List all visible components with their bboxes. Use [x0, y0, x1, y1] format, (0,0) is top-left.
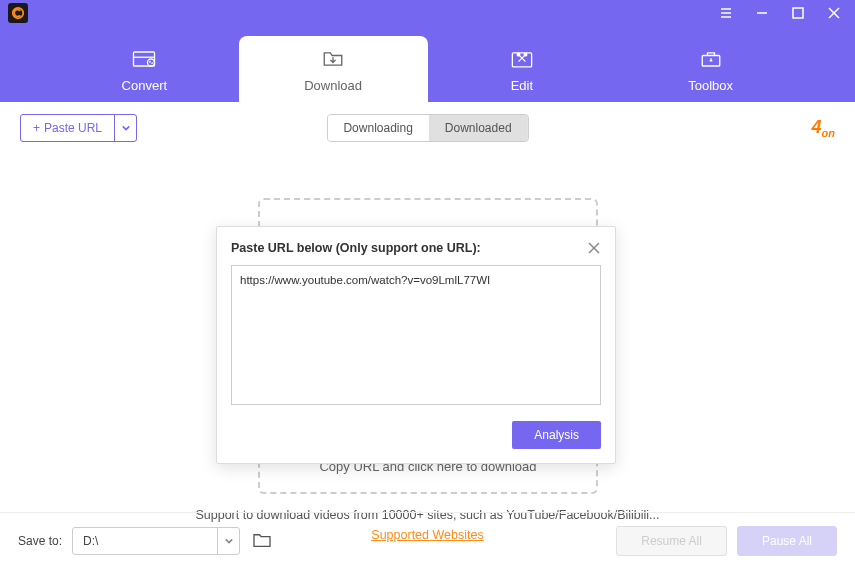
tab-convert[interactable]: Convert: [50, 36, 239, 102]
minimize-icon[interactable]: [755, 6, 769, 20]
download-segment: Downloading Downloaded: [326, 114, 528, 142]
bottombar: Save to: D:\ Resume All Pause All: [0, 512, 855, 568]
pause-all-button[interactable]: Pause All: [737, 526, 837, 556]
tab-download[interactable]: Download: [239, 36, 428, 102]
resume-all-button[interactable]: Resume All: [616, 526, 727, 556]
save-path-select[interactable]: D:\: [72, 527, 240, 555]
tab-toolbox[interactable]: Toolbox: [616, 36, 805, 102]
segment-downloaded[interactable]: Downloaded: [429, 115, 528, 141]
titlebar: [0, 0, 855, 26]
save-path-value: D:\: [73, 528, 217, 554]
segment-downloading[interactable]: Downloading: [327, 115, 428, 141]
close-icon[interactable]: [827, 6, 841, 20]
app-logo: [8, 3, 28, 23]
window-controls: [719, 6, 841, 20]
brand-4: 4: [812, 117, 822, 137]
url-input[interactable]: [231, 265, 601, 405]
svg-point-12: [517, 53, 520, 56]
svg-point-10: [148, 59, 155, 66]
svg-point-13: [524, 53, 527, 56]
paste-url-dropdown[interactable]: [114, 115, 136, 141]
save-to-label: Save to:: [18, 534, 62, 548]
modal-close-button[interactable]: [587, 241, 601, 255]
paste-url-modal: Paste URL below (Only support one URL): …: [216, 226, 616, 464]
tab-label: Download: [304, 78, 362, 93]
analysis-button[interactable]: Analysis: [512, 421, 601, 449]
tab-label: Edit: [511, 78, 533, 93]
main-nav: Convert Download Edit Toolbox: [0, 26, 855, 102]
brand-on: on: [822, 127, 835, 139]
tab-label: Convert: [122, 78, 168, 93]
paste-url-main[interactable]: + Paste URL: [21, 115, 114, 141]
brand-badge: 4on: [812, 117, 835, 139]
open-folder-button[interactable]: [250, 529, 274, 553]
hamburger-icon[interactable]: [719, 6, 733, 20]
subtoolbar: + Paste URL Downloading Downloaded 4on: [0, 108, 855, 148]
content-area: Copy URL and click here to download Supp…: [0, 148, 855, 528]
modal-header: Paste URL below (Only support one URL):: [231, 241, 601, 255]
paste-url-label: Paste URL: [44, 121, 102, 135]
plus-icon: +: [33, 121, 40, 135]
tab-label: Toolbox: [688, 78, 733, 93]
save-path-dropdown[interactable]: [217, 528, 239, 554]
paste-url-button[interactable]: + Paste URL: [20, 114, 137, 142]
maximize-icon[interactable]: [791, 6, 805, 20]
modal-footer: Analysis: [231, 421, 601, 449]
svg-rect-5: [793, 8, 803, 18]
svg-rect-11: [512, 52, 531, 66]
tab-edit[interactable]: Edit: [428, 36, 617, 102]
modal-title: Paste URL below (Only support one URL):: [231, 241, 481, 255]
